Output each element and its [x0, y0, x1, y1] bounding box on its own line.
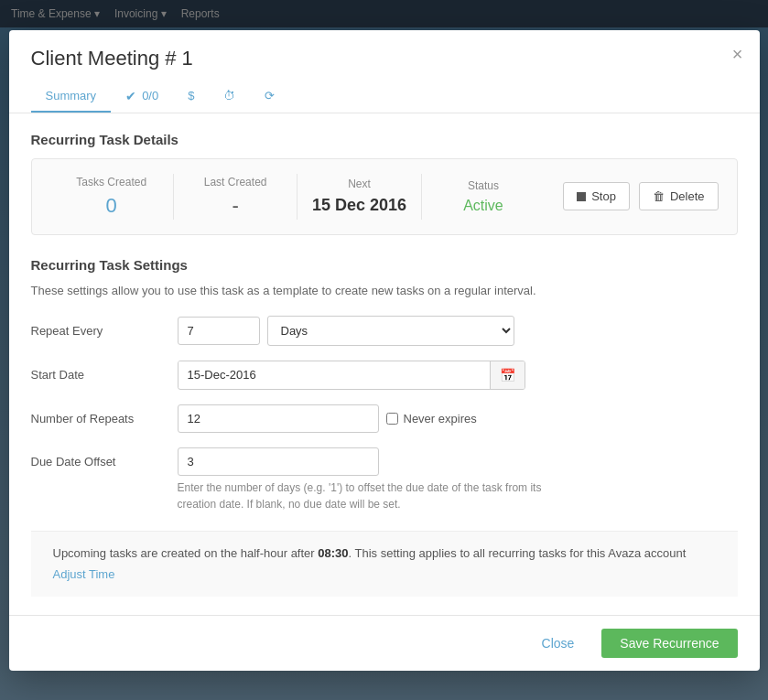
settings-description: These settings allow you to use this tas…	[31, 284, 738, 297]
recurring-details-section: Recurring Task Details Tasks Created 0 L…	[31, 132, 738, 235]
tab-billing[interactable]: $	[173, 81, 209, 113]
number-repeats-row: Number of Repeats Never expires	[31, 404, 738, 433]
modal-dialog: Client Meeting # 1 × Summary ✔ 0/0 $ ⏱	[9, 30, 760, 671]
stat-actions: Stop 🗑 Delete	[563, 182, 718, 210]
start-date-row: Start Date 📅	[31, 361, 738, 390]
stop-icon	[577, 192, 586, 201]
never-expires-label: Never expires	[404, 412, 477, 425]
last-created-value: -	[174, 194, 297, 218]
due-date-offset-row: Due Date Offset Enter the number of days…	[31, 447, 738, 512]
stop-button[interactable]: Stop	[563, 182, 630, 210]
repeat-every-row: Repeat Every Days Weeks Months	[31, 316, 738, 346]
modal-footer: Close Save Recurrence	[9, 615, 760, 671]
start-date-label: Start Date	[31, 368, 178, 382]
due-date-offset-controls: Enter the number of days (e.g. '1') to o…	[178, 447, 562, 512]
start-date-controls: 📅	[178, 361, 738, 390]
modal-body: Recurring Task Details Tasks Created 0 L…	[9, 113, 760, 615]
stats-box: Tasks Created 0 Last Created - Next 15 D…	[31, 158, 738, 235]
recurring-details-title: Recurring Task Details	[31, 132, 738, 147]
recurring-settings-title: Recurring Task Settings	[31, 257, 738, 273]
close-footer-button[interactable]: Close	[524, 629, 593, 658]
repeat-every-controls: Days Weeks Months	[178, 316, 738, 346]
date-input-wrapper: 📅	[178, 361, 525, 390]
tab-clock[interactable]: ⏱	[209, 81, 250, 113]
never-expires-wrapper: Never expires	[386, 412, 477, 425]
info-text-2: . This setting applies to all recurring …	[349, 546, 687, 560]
number-repeats-input[interactable]	[178, 404, 379, 433]
modal-title: Client Meeting # 1	[31, 47, 738, 70]
delete-button[interactable]: 🗑 Delete	[639, 182, 719, 210]
trash-icon: 🗑	[653, 189, 665, 203]
repeat-every-label: Repeat Every	[31, 324, 178, 338]
next-stat: Next 15 Dec 2016	[297, 178, 420, 215]
recurring-icon: ⟳	[265, 89, 275, 102]
due-date-hint: Enter the number of days (e.g. '1') to o…	[178, 479, 562, 512]
tab-bar: Summary ✔ 0/0 $ ⏱ ⟳	[31, 81, 738, 113]
last-created-stat: Last Created -	[174, 176, 297, 218]
tab-recurring[interactable]: ⟳	[250, 81, 289, 113]
check-icon: ✔	[125, 89, 136, 103]
tab-checklist-label: 0/0	[142, 89, 158, 102]
never-expires-checkbox[interactable]	[386, 413, 398, 425]
due-date-offset-label: Due Date Offset	[31, 447, 178, 468]
save-recurrence-button[interactable]: Save Recurrence	[601, 629, 737, 658]
tab-summary-label: Summary	[46, 89, 97, 102]
days-select[interactable]: Days Weeks Months	[267, 316, 514, 346]
modal-header: Client Meeting # 1 × Summary ✔ 0/0 $ ⏱	[9, 30, 760, 113]
adjust-time-link[interactable]: Adjust Time	[53, 565, 716, 584]
tab-checklist[interactable]: ✔ 0/0	[111, 81, 173, 113]
info-text-1: Upcoming tasks are created on the half-h…	[53, 546, 319, 560]
tasks-created-label: Tasks Created	[50, 176, 173, 188]
repeat-every-input[interactable]	[178, 317, 260, 345]
recurring-settings-section: Recurring Task Settings These settings a…	[31, 257, 738, 512]
number-repeats-label: Number of Repeats	[31, 412, 178, 425]
close-button[interactable]: ×	[732, 45, 743, 63]
status-stat: Status Active	[422, 179, 545, 214]
modal-overlay: Client Meeting # 1 × Summary ✔ 0/0 $ ⏱	[0, 0, 768, 700]
tab-summary[interactable]: Summary	[31, 81, 112, 113]
due-date-offset-input[interactable]	[178, 447, 379, 476]
info-bar: Upcoming tasks are created on the half-h…	[31, 531, 738, 597]
next-label: Next	[297, 178, 420, 190]
dollar-icon: $	[188, 89, 194, 102]
tasks-created-stat: Tasks Created 0	[50, 176, 173, 218]
status-label: Status	[422, 179, 545, 192]
stop-button-label: Stop	[591, 189, 616, 203]
next-value: 15 Dec 2016	[297, 196, 420, 215]
delete-button-label: Delete	[670, 189, 705, 203]
clock-icon: ⏱	[223, 89, 235, 102]
last-created-label: Last Created	[174, 176, 297, 188]
calendar-button[interactable]: 📅	[490, 361, 525, 389]
start-date-input[interactable]	[178, 361, 490, 388]
info-time: 08:30	[318, 546, 348, 560]
number-repeats-controls: Never expires	[178, 404, 738, 433]
tasks-created-value: 0	[50, 194, 173, 218]
status-value: Active	[422, 198, 545, 214]
